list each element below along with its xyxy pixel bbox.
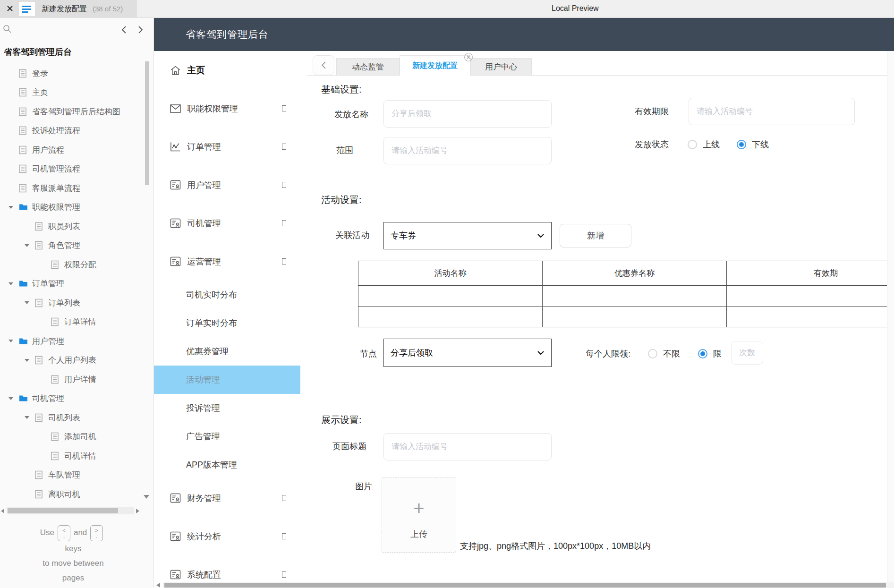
- caret-down-icon[interactable]: [25, 359, 35, 362]
- menu-item[interactable]: 运营管理: [154, 242, 300, 281]
- status-online-label[interactable]: 上线: [703, 139, 720, 150]
- activity-settings-heading: 活动设置:: [321, 194, 362, 206]
- scroll-left-icon[interactable]: [156, 583, 160, 588]
- node-label: 节点: [360, 348, 377, 359]
- tree-item[interactable]: 个人用户列表: [0, 351, 154, 370]
- prev-page-icon[interactable]: [121, 26, 128, 36]
- folder-icon: [19, 338, 28, 345]
- upload-label: 上传: [410, 528, 427, 540]
- scroll-left-icon[interactable]: [1, 509, 4, 513]
- menu-subitem[interactable]: 投诉管理: [154, 394, 300, 422]
- tree-item[interactable]: 用户流程: [0, 140, 154, 160]
- limit-none-label[interactable]: 不限: [663, 348, 680, 359]
- status-offline-radio[interactable]: [737, 140, 746, 149]
- release-name-input[interactable]: [383, 100, 552, 128]
- search-icon[interactable]: [3, 25, 12, 35]
- tree-item[interactable]: 司机管理: [0, 389, 154, 409]
- caret-down-icon[interactable]: [25, 301, 35, 304]
- tree-item[interactable]: 添加司机: [0, 427, 154, 447]
- tree-item[interactable]: 订单列表: [0, 293, 154, 313]
- tree-item[interactable]: 用户详情: [0, 370, 154, 389]
- menu-item[interactable]: 用户管理: [154, 166, 300, 204]
- status-online-radio[interactable]: [688, 140, 697, 149]
- tree-item[interactable]: 角色管理: [0, 236, 154, 256]
- tab-dynamic-monitor[interactable]: 动态监管: [336, 58, 400, 76]
- menu-subitem[interactable]: 活动管理: [154, 366, 300, 394]
- basic-settings-heading: 基础设置:: [321, 83, 362, 96]
- tree-item[interactable]: 车队管理: [0, 466, 154, 485]
- back-button[interactable]: [313, 55, 334, 75]
- page-icon: [19, 69, 26, 78]
- tab-new-release-config[interactable]: 新建发放配置: [400, 55, 470, 76]
- tab-user-center[interactable]: 用户中心: [470, 58, 532, 76]
- limit-none-radio[interactable]: [648, 349, 657, 358]
- menu-item[interactable]: 财务管理: [154, 479, 300, 517]
- menu-item[interactable]: 主页: [154, 51, 300, 89]
- menu-item[interactable]: 统计分析: [154, 517, 300, 555]
- tree-item[interactable]: 订单详情: [0, 313, 154, 332]
- menu-subitem[interactable]: 优惠券管理: [154, 337, 300, 366]
- node-select[interactable]: 分享后领取: [383, 339, 552, 367]
- caret-down-icon[interactable]: [25, 416, 35, 419]
- scope-input[interactable]: [383, 137, 552, 164]
- menu-subitem[interactable]: 广告管理: [154, 422, 300, 451]
- scroll-down-icon[interactable]: [144, 495, 149, 499]
- limit-limited-radio[interactable]: [698, 349, 707, 358]
- table-cell: [543, 286, 727, 307]
- sitemap-title: 省客驾到管理后台: [4, 46, 72, 58]
- tree-item[interactable]: 权限分配: [0, 255, 154, 274]
- tree-item[interactable]: 司机详情: [0, 446, 154, 466]
- close-icon[interactable]: [5, 3, 15, 14]
- tree-item[interactable]: 客服派单流程: [0, 179, 154, 198]
- caret-down-icon[interactable]: [9, 282, 19, 285]
- menu-subitem[interactable]: 司机实时分布: [154, 281, 300, 309]
- tree-item[interactable]: 离职司机: [0, 485, 154, 504]
- tab-close-icon[interactable]: [464, 52, 473, 64]
- sitemap-vertical-scrollbar[interactable]: [145, 61, 149, 185]
- image-upload-box[interactable]: + 上传: [382, 477, 456, 553]
- tree-item[interactable]: 司机列表: [0, 408, 154, 427]
- page-icon: [35, 222, 43, 231]
- caret-down-icon[interactable]: [25, 244, 35, 247]
- preview-page-count: (38 of 52): [93, 0, 123, 18]
- table-cell: [543, 307, 727, 327]
- caret-down-icon[interactable]: [9, 397, 19, 400]
- page-icon: [35, 413, 43, 422]
- menu-subitem[interactable]: 订单实时分布: [154, 309, 300, 337]
- menu-subitem[interactable]: APP版本管理: [154, 451, 300, 479]
- tree-item[interactable]: 主页: [0, 83, 154, 102]
- content-vertical-scrollbar-track[interactable]: [887, 51, 894, 588]
- tree-item[interactable]: 司机管理流程: [0, 160, 154, 179]
- caret-down-icon[interactable]: [9, 340, 19, 342]
- validity-input[interactable]: [689, 98, 855, 125]
- expand-indicator-icon: [282, 105, 286, 111]
- scroll-right-icon[interactable]: [136, 509, 139, 513]
- related-activity-select[interactable]: 专车券: [383, 222, 552, 249]
- tree-item[interactable]: 登录: [0, 64, 154, 83]
- sitemap-toggle-icon[interactable]: [19, 2, 35, 16]
- page-title-input[interactable]: [383, 433, 552, 460]
- tree-item[interactable]: 省客驾到管理后后结构图: [0, 102, 154, 121]
- tree-item[interactable]: 投诉处理流程: [0, 121, 154, 141]
- tree-item[interactable]: 职能权限管理: [0, 198, 154, 217]
- tree-item[interactable]: 职员列表: [0, 217, 154, 236]
- tree-item[interactable]: 用户管理: [0, 332, 154, 351]
- limit-limited-label[interactable]: 限: [713, 348, 722, 359]
- sitemap-horizontal-scrollbar[interactable]: [8, 508, 118, 513]
- limit-times-input[interactable]: [731, 341, 763, 365]
- caret-down-icon[interactable]: [9, 206, 19, 209]
- expand-indicator-icon: [282, 220, 286, 226]
- menu-item[interactable]: 司机管理: [154, 204, 300, 242]
- status-offline-label[interactable]: 下线: [752, 139, 769, 150]
- next-page-icon[interactable]: [137, 26, 144, 36]
- expand-indicator-icon: [282, 495, 286, 501]
- related-activity-label: 关联活动: [335, 230, 369, 241]
- content-horizontal-scrollbar[interactable]: [164, 583, 886, 588]
- chevron-down-icon: [537, 350, 545, 355]
- add-activity-button[interactable]: 新增: [560, 224, 631, 247]
- menu-item[interactable]: 订单管理: [154, 128, 300, 166]
- preview-page-title: 新建发放配置: [42, 0, 87, 18]
- page-icon: [35, 490, 43, 499]
- tree-item[interactable]: 订单管理: [0, 274, 154, 294]
- menu-item[interactable]: 职能权限管理: [154, 89, 300, 128]
